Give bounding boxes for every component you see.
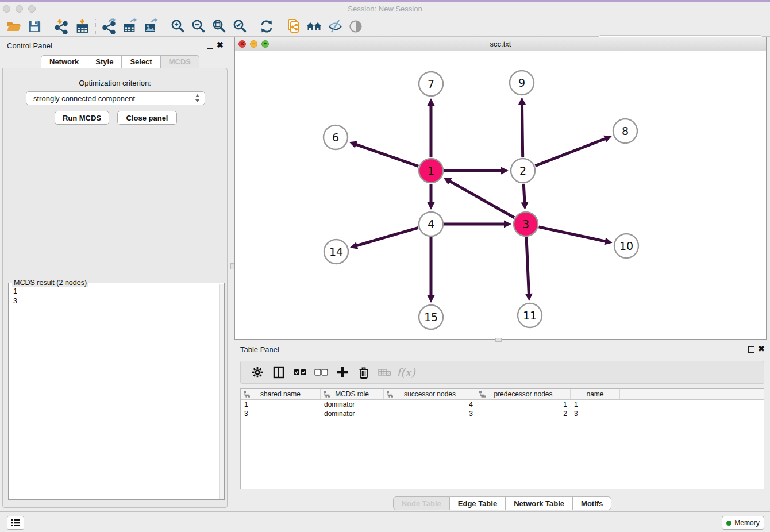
criterion-dropdown[interactable]: strongly connected component xyxy=(26,91,205,105)
cell-predecessor-nodes[interactable]: 2 xyxy=(476,409,571,418)
column-header-mcds-role[interactable]: MCDS role xyxy=(321,389,384,399)
graph-edge-1-7[interactable] xyxy=(428,98,435,157)
graph-edge-1-2[interactable] xyxy=(444,167,509,175)
column-header-predecessor-nodes[interactable]: predecessor nodes xyxy=(476,389,571,399)
network-canvas[interactable]: 7968124314101511 xyxy=(235,51,766,339)
column-header-name[interactable]: name xyxy=(571,389,620,399)
cell-predecessor-nodes[interactable]: 1 xyxy=(476,400,571,409)
zoom-out-button[interactable] xyxy=(188,18,209,35)
delete-columns-button[interactable] xyxy=(353,363,374,381)
cell-mcds-role[interactable]: dominator xyxy=(321,400,384,409)
float-panel-icon[interactable] xyxy=(207,43,213,49)
graph-edge-2-3[interactable] xyxy=(521,184,528,210)
memory-label: Memory xyxy=(734,519,759,527)
graph-node-9[interactable]: 9 xyxy=(510,71,534,95)
graph-edge-4-3[interactable] xyxy=(444,221,511,228)
tab-network[interactable]: Network xyxy=(41,55,87,68)
status-bar: Memory xyxy=(0,511,770,532)
zoom-window-button[interactable] xyxy=(28,5,36,13)
save-session-button[interactable] xyxy=(24,18,45,35)
console-button[interactable] xyxy=(7,516,24,530)
graph-node-7[interactable]: 7 xyxy=(419,72,443,96)
graph-node-6[interactable]: 6 xyxy=(324,125,348,149)
table-tabs: Node Table Edge Table Network Table Moti… xyxy=(234,496,770,510)
cell-mcds-role[interactable]: dominator xyxy=(321,409,384,418)
network-zoom-button[interactable]: + xyxy=(261,40,269,48)
import-network-icon xyxy=(54,18,70,34)
graph-edge-2-9[interactable] xyxy=(518,97,526,157)
graph-edge-3-10[interactable] xyxy=(538,227,612,245)
mcds-result-box[interactable]: MCDS result (2 nodes) 1 3 xyxy=(8,283,225,500)
memory-button[interactable]: Memory xyxy=(722,516,764,530)
tab-motifs[interactable]: Motifs xyxy=(573,496,611,510)
graph-edge-4-14[interactable] xyxy=(350,228,418,249)
table-row[interactable]: 1 dominator 4 1 1 xyxy=(241,400,764,409)
close-window-button[interactable] xyxy=(3,5,10,13)
zoom-selected-button[interactable] xyxy=(229,18,250,35)
network-minimize-button[interactable]: − xyxy=(250,40,257,48)
show-all-button[interactable] xyxy=(345,18,366,35)
graph-node-2[interactable]: 2 xyxy=(511,159,535,183)
graph-node-4[interactable]: 4 xyxy=(419,212,443,236)
cell-name[interactable]: 1 xyxy=(571,400,620,409)
cell-successor-nodes[interactable]: 3 xyxy=(384,409,476,418)
import-table-button[interactable] xyxy=(72,18,93,35)
minimize-window-button[interactable] xyxy=(16,5,23,13)
network-close-button[interactable]: ✕ xyxy=(238,40,246,48)
copy-network-view-button[interactable] xyxy=(283,18,304,35)
graph-node-3[interactable]: 3 xyxy=(514,212,538,236)
graph-edge-3-11[interactable] xyxy=(525,237,533,301)
cell-shared-name[interactable]: 1 xyxy=(241,400,321,409)
run-mcds-button[interactable]: Run MCDS xyxy=(55,111,109,125)
graph-node-label: 7 xyxy=(428,78,434,90)
horizontal-splitter-handle[interactable] xyxy=(495,338,502,342)
tab-edge-table[interactable]: Edge Table xyxy=(450,496,506,510)
svg-text:+: + xyxy=(174,21,178,29)
table-row[interactable]: 3 dominator 3 2 3 xyxy=(241,409,764,418)
graph-edge-1-4[interactable] xyxy=(428,184,435,210)
graph-node-1[interactable]: 1 xyxy=(419,159,443,183)
import-network-button[interactable] xyxy=(51,18,72,35)
graph-node-10[interactable]: 10 xyxy=(614,234,638,258)
graph-node-14[interactable]: 14 xyxy=(324,240,348,264)
close-panel-icon[interactable]: ✖ xyxy=(217,41,224,48)
layout-home-button[interactable] xyxy=(304,18,325,35)
graph-node-11[interactable]: 11 xyxy=(518,303,542,327)
cell-name[interactable]: 3 xyxy=(571,409,620,418)
graph-edge-1-6[interactable] xyxy=(349,141,419,166)
create-column-button[interactable] xyxy=(332,363,353,381)
float-table-panel-icon[interactable] xyxy=(748,346,754,353)
vertical-splitter-handle[interactable] xyxy=(230,263,234,269)
graph-edge-4-15[interactable] xyxy=(428,237,435,303)
graph-edge-2-8[interactable] xyxy=(535,136,611,166)
zoom-in-button[interactable]: + xyxy=(167,18,188,35)
cell-successor-nodes[interactable]: 4 xyxy=(384,400,476,409)
result-scrollbar[interactable] xyxy=(219,284,224,499)
zoom-fit-button[interactable] xyxy=(209,18,229,35)
tab-mcds[interactable]: MCDS xyxy=(161,55,199,68)
column-header-successor-nodes[interactable]: successor nodes xyxy=(384,389,476,399)
tab-select[interactable]: Select xyxy=(122,55,160,68)
unselect-all-columns-button[interactable] xyxy=(310,363,332,381)
table-settings-button[interactable] xyxy=(247,363,268,381)
graph-node-15[interactable]: 15 xyxy=(419,305,443,329)
column-header-shared-name[interactable]: shared name xyxy=(241,389,321,399)
export-network-button[interactable] xyxy=(99,18,120,35)
tab-style[interactable]: Style xyxy=(87,55,122,68)
tab-node-table[interactable]: Node Table xyxy=(393,496,450,510)
export-table-button[interactable] xyxy=(120,18,140,35)
function-builder-button[interactable]: f(x) xyxy=(395,363,417,381)
close-panel-button[interactable]: Close panel xyxy=(117,111,177,125)
delete-table-button[interactable] xyxy=(374,363,395,381)
show-columns-button[interactable] xyxy=(268,363,289,381)
refresh-button[interactable] xyxy=(256,18,277,35)
tab-network-table[interactable]: Network Table xyxy=(506,496,573,510)
export-image-button[interactable] xyxy=(140,18,161,35)
graph-node-8[interactable]: 8 xyxy=(613,119,637,143)
graph-edge-3-1[interactable] xyxy=(444,178,514,217)
close-table-panel-icon[interactable]: ✖ xyxy=(758,345,765,352)
select-all-columns-button[interactable] xyxy=(289,363,310,381)
cell-shared-name[interactable]: 3 xyxy=(241,409,321,418)
open-file-button[interactable] xyxy=(3,18,24,35)
hide-selected-button[interactable] xyxy=(325,18,345,35)
